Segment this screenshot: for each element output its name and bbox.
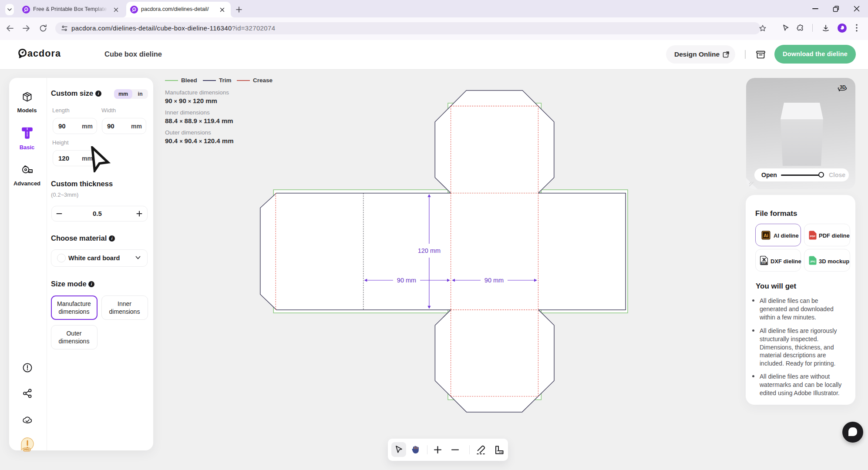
svg-text:i: i bbox=[91, 282, 92, 286]
svg-text:Ai: Ai bbox=[764, 233, 768, 238]
svg-text:90 mm: 90 mm bbox=[397, 277, 416, 284]
svg-text:i: i bbox=[98, 91, 99, 96]
svg-text:90 mm: 90 mm bbox=[484, 277, 504, 284]
svg-text:acdora: acdora bbox=[27, 48, 61, 59]
svg-text:3D: 3D bbox=[840, 84, 846, 90]
svg-text:PDF: PDF bbox=[810, 235, 816, 238]
svg-text:PRO: PRO bbox=[24, 448, 30, 451]
svg-text:i: i bbox=[111, 236, 113, 241]
svg-text:DXF: DXF bbox=[762, 262, 767, 264]
svg-text:JPG: JPG bbox=[810, 260, 816, 263]
svg-text:120 mm: 120 mm bbox=[418, 247, 441, 254]
